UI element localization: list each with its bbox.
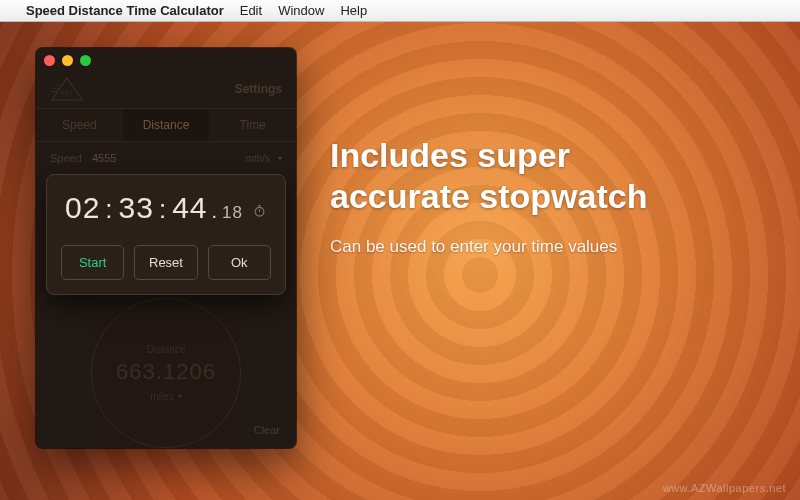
- menubar-item-help[interactable]: Help: [340, 3, 367, 18]
- chevron-down-icon[interactable]: ▾: [278, 154, 282, 163]
- macos-menubar: Speed Distance Time Calculator Edit Wind…: [0, 0, 800, 22]
- reset-button[interactable]: Reset: [134, 245, 197, 280]
- settings-button[interactable]: Settings: [235, 82, 282, 96]
- menubar-item-window[interactable]: Window: [278, 3, 324, 18]
- traffic-light-zoom-icon[interactable]: [80, 55, 91, 66]
- chevron-down-icon: ▾: [178, 392, 182, 401]
- marketing-headline: Includes super accurate stopwatch Can be…: [330, 135, 750, 257]
- headline-subtitle: Can be used to enter your time values: [330, 237, 750, 257]
- tab-time[interactable]: Time: [209, 109, 296, 141]
- colon-separator: :: [157, 194, 169, 225]
- ok-button[interactable]: Ok: [208, 245, 271, 280]
- start-button[interactable]: Start: [61, 245, 124, 280]
- stopwatch-popover: 02 : 33 : 44 . 18 Start Reset Ok: [46, 174, 286, 295]
- headline-title: Includes super accurate stopwatch: [330, 135, 750, 217]
- wallpaper-watermark: www.AZWallpapers.net: [663, 482, 786, 494]
- speed-label: Speed: [50, 152, 84, 164]
- tab-speed[interactable]: Speed: [36, 109, 123, 141]
- stopwatch-button-row: Start Reset Ok: [61, 245, 271, 280]
- app-window: S D T Settings Speed Distance Time Speed…: [36, 48, 296, 448]
- window-titlebar: [36, 48, 296, 72]
- dot-separator: .: [211, 200, 220, 223]
- stopwatch-icon[interactable]: [252, 203, 267, 218]
- menubar-app-name[interactable]: Speed Distance Time Calculator: [26, 3, 224, 18]
- traffic-light-close-icon[interactable]: [44, 55, 55, 66]
- app-logo-triangle-icon: S D T: [50, 76, 84, 102]
- svg-text:S D T: S D T: [61, 90, 74, 96]
- result-unit-select[interactable]: miles ▾: [150, 391, 181, 402]
- mode-tabs: Speed Distance Time: [36, 108, 296, 142]
- stopwatch-display: 02 : 33 : 44 . 18: [61, 191, 271, 225]
- tab-distance[interactable]: Distance: [123, 109, 210, 141]
- speed-row: Speed 4555 mth/s ▾: [50, 152, 282, 164]
- stopwatch-seconds: 44: [172, 191, 207, 225]
- speed-value-input[interactable]: 4555: [92, 152, 238, 164]
- app-header: S D T Settings: [36, 72, 296, 108]
- colon-separator: :: [103, 194, 115, 225]
- stopwatch-centiseconds: 18: [222, 203, 243, 223]
- traffic-light-minimize-icon[interactable]: [62, 55, 73, 66]
- result-circle: Distance 663.1206 miles ▾: [91, 298, 241, 448]
- result-label: Distance: [147, 344, 186, 355]
- form-area: Speed 4555 mth/s ▾: [36, 142, 296, 164]
- stopwatch-hours: 02: [65, 191, 100, 225]
- clear-button[interactable]: Clear: [254, 424, 280, 436]
- result-value: 663.1206: [116, 359, 216, 385]
- menubar-item-edit[interactable]: Edit: [240, 3, 262, 18]
- speed-unit-select[interactable]: mth/s: [246, 153, 270, 164]
- stopwatch-minutes: 33: [119, 191, 154, 225]
